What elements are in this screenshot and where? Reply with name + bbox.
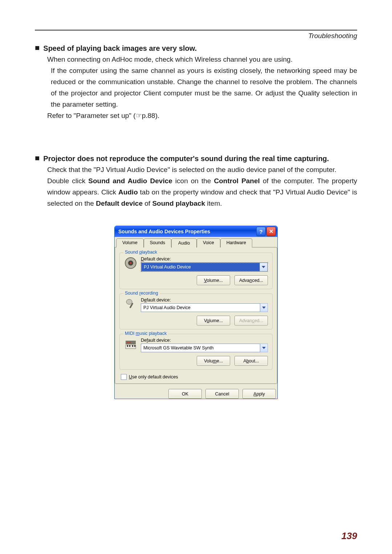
speaker-icon bbox=[124, 257, 137, 270]
recording-volume-button[interactable]: Volume... bbox=[197, 316, 230, 325]
midi-about-button[interactable]: About... bbox=[234, 356, 268, 366]
apply-button[interactable]: Apply bbox=[242, 389, 276, 399]
item-body: When connecting on AdHoc mode, check whi… bbox=[47, 54, 357, 121]
bullet-square-icon: ■ bbox=[35, 154, 40, 163]
section-header: Troubleshooting bbox=[35, 32, 357, 40]
svg-point-3 bbox=[126, 299, 132, 304]
manual-page: Troubleshooting ■ Speed of playing back … bbox=[0, 0, 392, 554]
tab-volume[interactable]: Volume bbox=[116, 238, 144, 247]
recording-advanced-button[interactable]: Advanced... bbox=[234, 316, 268, 325]
svg-point-12 bbox=[129, 342, 131, 343]
header-rule bbox=[35, 30, 357, 30]
item-body: Check that the "PJ Virtual Audio Device"… bbox=[47, 164, 357, 209]
group-sound-playback: Sound playback Default device: PJ Virtua… bbox=[119, 253, 273, 289]
bullet-square-icon: ■ bbox=[35, 44, 40, 52]
checkbox-label: Use only default devices bbox=[129, 374, 178, 379]
group-legend: Sound playback bbox=[123, 250, 159, 255]
ok-button[interactable]: OK bbox=[168, 389, 202, 399]
text-line: Check that the "PJ Virtual Audio Device"… bbox=[47, 164, 357, 175]
sounds-audio-devices-dialog: Sounds and Audio Devices Properties ? ✕ … bbox=[114, 226, 278, 399]
recording-device-combo[interactable]: PJ Virtual Audio Device bbox=[141, 303, 268, 312]
text-line: When connecting on AdHoc mode, check whi… bbox=[47, 54, 357, 65]
page-number: 139 bbox=[342, 530, 357, 542]
svg-rect-7 bbox=[127, 345, 128, 347]
text-line: Refer to "Parameter set up" (☞p.88). bbox=[47, 110, 357, 121]
use-default-devices-checkbox[interactable]: Use only default devices bbox=[121, 374, 273, 380]
combo-value: PJ Virtual Audio Device bbox=[141, 263, 260, 271]
combo-value: Microsoft GS Wavetable SW Synth bbox=[141, 344, 260, 352]
svg-point-2 bbox=[130, 262, 132, 264]
help-button[interactable]: ? bbox=[256, 227, 266, 236]
playback-volume-button[interactable]: Volume... bbox=[197, 275, 230, 285]
group-sound-recording: Sound recording Default device: PJ Virtu… bbox=[119, 294, 273, 329]
svg-rect-10 bbox=[134, 345, 135, 347]
chevron-down-icon[interactable] bbox=[260, 263, 268, 271]
dialog-titlebar[interactable]: Sounds and Audio Devices Properties ? ✕ bbox=[115, 226, 277, 237]
default-device-label: Default device: bbox=[141, 297, 268, 303]
combo-value: PJ Virtual Audio Device bbox=[141, 303, 260, 312]
group-legend: MIDI music playback bbox=[123, 331, 168, 336]
chevron-down-icon[interactable] bbox=[260, 344, 268, 352]
dialog-pane: Sound playback Default device: PJ Virtua… bbox=[115, 247, 277, 384]
tab-audio[interactable]: Audio bbox=[171, 238, 197, 248]
item-title: Projector does not reproduce the compute… bbox=[43, 154, 329, 163]
cancel-button[interactable]: Cancel bbox=[205, 389, 239, 399]
default-device-label: Default device: bbox=[141, 338, 268, 343]
playback-device-combo[interactable]: PJ Virtual Audio Device bbox=[141, 262, 268, 272]
midi-keyboard-icon bbox=[124, 338, 137, 351]
troubleshooting-item-audio: ■ Projector does not reproduce the compu… bbox=[35, 154, 357, 399]
group-legend: Sound recording bbox=[123, 291, 160, 296]
default-device-label: Default device: bbox=[141, 257, 268, 262]
dialog-figure: Sounds and Audio Devices Properties ? ✕ … bbox=[35, 226, 357, 399]
tab-hardware[interactable]: Hardware bbox=[220, 238, 252, 247]
item-title: Speed of playing back images are very sl… bbox=[43, 44, 197, 53]
dialog-tabs: Volume Sounds Audio Voice Hardware bbox=[116, 238, 276, 247]
microphone-icon bbox=[124, 297, 137, 311]
checkbox-icon bbox=[121, 374, 127, 380]
midi-device-combo[interactable]: Microsoft GS Wavetable SW Synth bbox=[141, 344, 268, 352]
svg-rect-9 bbox=[132, 345, 133, 347]
midi-volume-button[interactable]: Volume... bbox=[197, 356, 230, 366]
svg-point-11 bbox=[127, 342, 128, 343]
svg-rect-8 bbox=[129, 345, 130, 347]
tab-sounds[interactable]: Sounds bbox=[144, 238, 171, 247]
group-midi-playback: MIDI music playback bbox=[119, 334, 273, 370]
dialog-actions: OK Cancel Apply bbox=[115, 389, 277, 399]
dialog-title: Sounds and Audio Devices Properties bbox=[118, 229, 256, 234]
text-line: Double click Sound and Audio Device icon… bbox=[47, 175, 357, 209]
text-line: If the computer using the same channel a… bbox=[47, 65, 357, 110]
playback-advanced-button[interactable]: Advanced... bbox=[234, 275, 268, 285]
tab-voice[interactable]: Voice bbox=[197, 238, 220, 247]
troubleshooting-item-speed: ■ Speed of playing back images are very … bbox=[35, 44, 357, 121]
close-button[interactable]: ✕ bbox=[266, 227, 276, 236]
chevron-down-icon[interactable] bbox=[260, 303, 268, 312]
